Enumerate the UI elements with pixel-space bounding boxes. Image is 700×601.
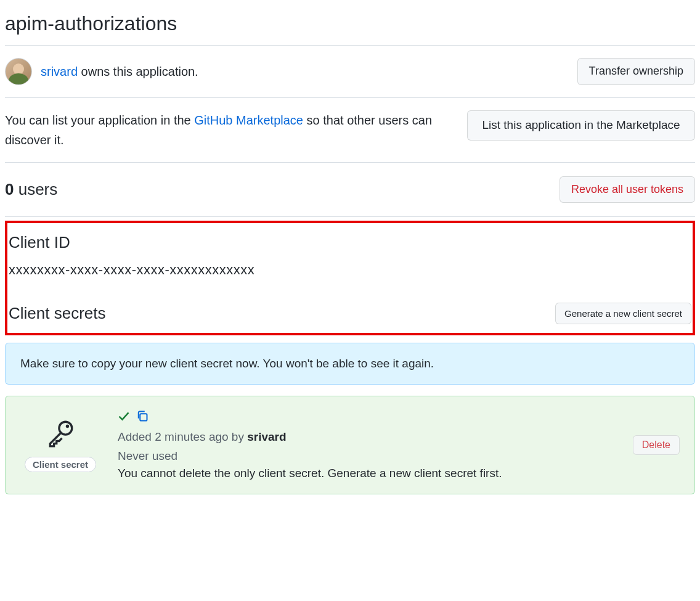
client-secret-tag: Client secret	[25, 457, 96, 472]
client-secrets-heading: Client secrets	[9, 304, 106, 323]
svg-point-0	[59, 422, 72, 435]
marketplace-link[interactable]: GitHub Marketplace	[194, 113, 303, 127]
transfer-ownership-button[interactable]: Transfer ownership	[577, 58, 695, 84]
copy-secret-flash: Make sure to copy your new client secret…	[5, 343, 695, 385]
added-time: 2 minutes ago	[155, 430, 228, 443]
check-icon	[118, 410, 130, 424]
added-by: by	[229, 430, 248, 443]
owner-info: srivard owns this application.	[5, 58, 198, 85]
secret-icons-row	[118, 410, 616, 424]
delete-secret-button[interactable]: Delete	[633, 435, 680, 455]
client-secret-card: Client secret Added 2 minutes ago by sri…	[5, 396, 695, 494]
owns-text: owns this application.	[78, 65, 198, 78]
secret-usage: Never used	[118, 447, 616, 465]
owner-link[interactable]: srivard	[41, 65, 78, 78]
marketplace-text-before: You can list your application in the	[5, 113, 194, 127]
client-secrets-header: Client secrets Generate a new client sec…	[9, 294, 691, 324]
users-number: 0	[5, 180, 14, 198]
svg-point-1	[66, 425, 69, 428]
marketplace-section: You can list your application in the Git…	[5, 98, 695, 163]
owner-text: srivard owns this application.	[41, 65, 198, 79]
list-marketplace-button[interactable]: List this application in the Marketplace	[467, 110, 695, 141]
added-prefix: Added	[118, 430, 155, 443]
generate-secret-button[interactable]: Generate a new client secret	[555, 303, 691, 324]
revoke-tokens-button[interactable]: Revoke all user tokens	[560, 176, 695, 203]
added-user: srivard	[247, 430, 286, 443]
copy-icon[interactable]	[136, 410, 149, 424]
key-icon	[45, 418, 76, 451]
users-section: 0 users Revoke all user tokens	[5, 163, 695, 217]
page-title: apim-authorizations	[5, 5, 695, 46]
secret-delete-note: You cannot delete the only client secret…	[118, 467, 616, 480]
client-id-heading: Client ID	[9, 223, 691, 257]
users-count: 0 users	[5, 180, 57, 199]
secret-added-line: Added 2 minutes ago by srivard	[118, 428, 616, 446]
marketplace-text: You can list your application in the Git…	[5, 110, 455, 150]
avatar[interactable]	[5, 58, 32, 85]
secret-key-column: Client secret	[20, 418, 100, 472]
svg-rect-2	[140, 414, 147, 420]
users-label: users	[14, 180, 57, 198]
secret-body: Added 2 minutes ago by srivard Never use…	[118, 410, 616, 480]
owner-section: srivard owns this application. Transfer …	[5, 46, 695, 98]
client-id-value: xxxxxxxx-xxxx-xxxx-xxxx-xxxxxxxxxxxx	[9, 257, 691, 294]
highlight-annotation: Client ID xxxxxxxx-xxxx-xxxx-xxxx-xxxxxx…	[5, 221, 695, 335]
